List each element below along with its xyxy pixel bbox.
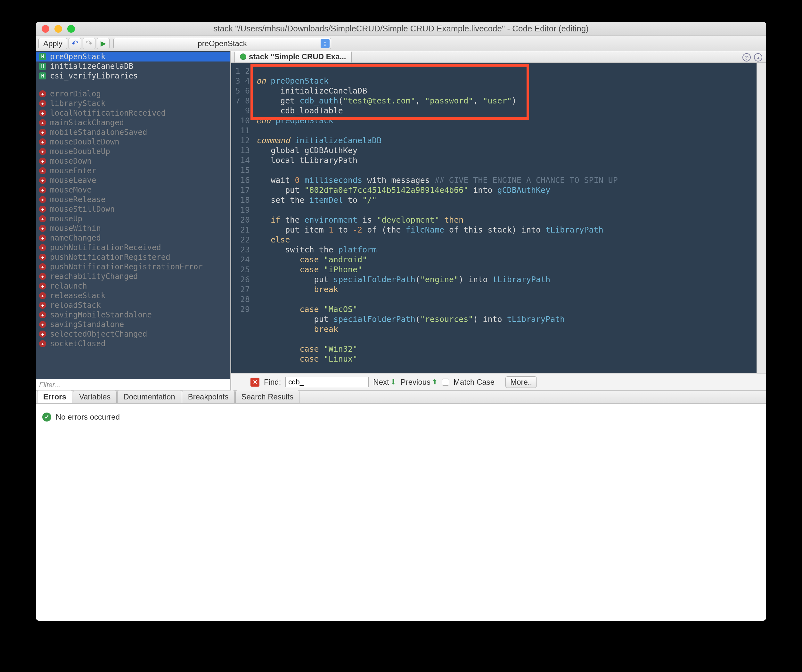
find-next[interactable]: Next ⬇ [373,378,396,387]
handler-item[interactable]: ✚releaseStack [36,291,230,300]
handler-item[interactable]: ✚pushNotificationRegistrationError [36,262,230,271]
handler-item[interactable]: ✚mouseWithin [36,224,230,233]
handler-item[interactable]: ✚relaunch [36,281,230,291]
handler-item[interactable]: ✚mouseDoubleUp [36,147,230,156]
handler-item[interactable]: ✚socketClosed [36,339,230,349]
handler-label: nameChanged [50,234,101,242]
plus-icon: ✚ [39,302,46,309]
tab-right-icons: ◷ ▴ [742,53,762,61]
tab-documentation[interactable]: Documentation [117,390,181,403]
editor-tab[interactable]: stack "Simple CRUD Exa... [234,51,352,63]
handler-item[interactable]: ✚mouseUp [36,214,230,224]
handler-label: relaunch [50,281,87,291]
window-title: stack "/Users/mhsu/Downloads/SimpleCRUD/… [36,24,766,34]
redo-icon: ↷ [86,39,92,48]
handler-item-initializecanela[interactable]: H initializeCanelaDB [36,61,230,71]
handler-label: mouseUp [50,214,82,223]
filter-input[interactable]: Filter... [36,379,230,391]
undo-button[interactable]: ↶ [68,38,81,49]
handler-icon: H [39,73,46,79]
handler-label: libraryStack [50,99,105,108]
handler-item[interactable]: ✚libraryStack [36,99,230,108]
handler-item[interactable]: ✚savingMobileStandalone [36,310,230,320]
tab-errors[interactable]: Errors [37,390,73,403]
handler-label: pushNotificationRegistrationError [50,262,203,271]
tab-breakpoints[interactable]: Breakpoints [182,390,235,403]
plus-icon: ✚ [39,167,46,174]
dropdown-value: preOpenStack [197,39,247,48]
handler-item[interactable]: ✚mouseDoubleDown [36,137,230,147]
code-editor[interactable]: 1 2 3 4 5 6 7 8 9 10 11 12 13 14 15 16 1… [231,63,766,373]
handler-item-preopenstack[interactable]: H preOpenStack [36,52,230,61]
plus-icon: ✚ [39,196,46,203]
code-content[interactable]: on preOpenStack initializeCanelaDB get c… [253,63,757,373]
editor-panel: stack "Simple CRUD Exa... ◷ ▴ 1 2 3 4 5 … [231,51,766,391]
handler-label: selectedObjectChanged [50,330,147,339]
handler-list[interactable]: H preOpenStack H initializeCanelaDB H cs… [36,51,230,379]
handler-item[interactable]: ✚mouseDown [36,156,230,166]
handler-item[interactable]: ✚reloadStack [36,300,230,310]
plus-icon: ✚ [39,90,46,97]
close-icon[interactable]: ✕ [251,378,259,387]
line-gutter: 1 2 3 4 5 6 7 8 9 10 11 12 13 14 15 16 1… [231,63,253,373]
bottom-tab-bar: Errors Variables Documentation Breakpoin… [36,391,766,404]
handler-icon: H [39,53,46,60]
find-previous[interactable]: Previous ⬆ [401,378,438,387]
resize-grip-icon[interactable]: ═══ [489,389,508,391]
plus-icon: ✚ [39,234,46,242]
handler-item[interactable]: ✚reachabilityChanged [36,271,230,281]
handler-item[interactable]: ✚mouseLeave [36,176,230,185]
plus-icon: ✚ [39,331,46,338]
handler-item[interactable]: ✚savingStandalone [36,320,230,329]
vertical-scrollbar[interactable] [757,63,766,373]
handler-label: mouseDown [50,157,92,166]
clock-icon[interactable]: ◷ [742,53,751,61]
match-case-label: Match Case [454,378,495,387]
handler-item[interactable]: ✚errorDialog [36,89,230,99]
handler-item[interactable]: ✚mobileStandaloneSaved [36,128,230,137]
handler-item[interactable]: ✚localNotificationReceived [36,108,230,118]
check-icon: ✓ [42,412,51,422]
handler-item[interactable]: ✚nameChanged [36,233,230,243]
sidebar: H preOpenStack H initializeCanelaDB H cs… [36,51,231,391]
handler-label: mouseRelease [50,195,105,204]
plus-icon: ✚ [39,129,46,136]
handler-item[interactable]: ✚mainStackChanged [36,118,230,128]
handler-item[interactable]: ✚mouseMove [36,185,230,195]
run-button[interactable]: ▶ [97,38,110,49]
handler-item[interactable]: ✚mouseEnter [36,166,230,176]
status-message: No errors occurred [56,412,120,422]
handler-label: pushNotificationRegistered [50,253,170,262]
dropdown-arrow-icon [320,39,330,48]
handler-label: mouseDoubleUp [50,147,110,156]
tab-variables[interactable]: Variables [73,390,116,403]
arrow-up-icon: ⬆ [432,378,438,386]
arrow-down-icon: ⬇ [390,378,396,386]
plus-icon: ✚ [39,206,46,213]
handler-label: localNotificationReceived [50,108,166,118]
handler-item[interactable]: ✚mouseRelease [36,195,230,204]
more-button[interactable]: More.. [505,376,537,388]
match-case-checkbox[interactable] [442,379,449,386]
handler-label: savingStandalone [50,320,124,329]
handler-item[interactable]: ✚selectedObjectChanged [36,329,230,339]
chevron-up-icon[interactable]: ▴ [754,53,762,61]
handler-label: mobileStandaloneSaved [50,128,147,137]
plus-icon: ✚ [39,244,46,251]
handler-item[interactable]: ✚mouseStillDown [36,204,230,214]
apply-button[interactable]: Apply [39,38,67,49]
plus-icon: ✚ [39,321,46,328]
handler-label: initializeCanelaDB [50,62,133,71]
handler-item-csiverify[interactable]: H csi_verifyLibraries [36,71,230,81]
plus-icon: ✚ [39,254,46,261]
status-panel: ✓ No errors occurred [36,404,766,621]
handler-label: mouseStillDown [50,205,115,214]
redo-button[interactable]: ↷ [82,38,95,49]
handler-item[interactable]: ✚pushNotificationReceived [36,243,230,252]
handler-label: mouseDoubleDown [50,137,120,146]
handler-dropdown[interactable]: preOpenStack [113,38,331,49]
handler-item[interactable]: ✚pushNotificationRegistered [36,252,230,262]
handler-label: mouseWithin [50,224,101,233]
find-input[interactable] [285,377,369,387]
tab-search-results[interactable]: Search Results [235,390,300,403]
